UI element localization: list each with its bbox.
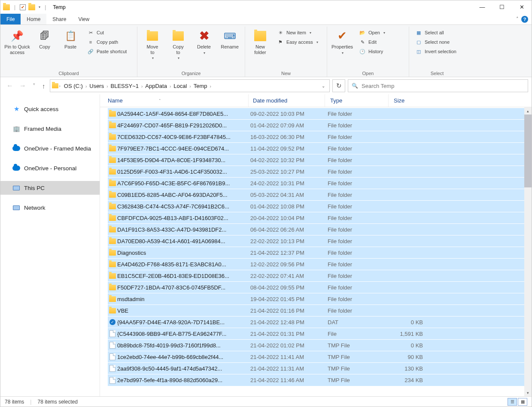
- table-row[interactable]: 7F979EE7-7BC1-4CCC-94EE-094CED674...11-0…: [108, 143, 532, 154]
- table-row[interactable]: 2aa9f308-9c50-4445-9af1-474d5a47342...21…: [108, 363, 532, 374]
- nav-network[interactable]: Network: [0, 201, 100, 214]
- header-size[interactable]: Size: [389, 94, 431, 107]
- pin-to-quick-access-button[interactable]: 📌 Pin to Quick access: [3, 27, 31, 57]
- table-row[interactable]: 0125D59F-F003-4F31-A4D6-1C4F350032...25-…: [108, 166, 532, 178]
- nav-quick-access[interactable]: ★Quick access: [0, 102, 100, 116]
- cell-name: A7C6F950-F65D-4C3E-B5FC-6F867691B9...: [117, 180, 249, 187]
- chevron-down-icon: ▾: [342, 51, 344, 55]
- tab-share[interactable]: Share: [46, 14, 72, 24]
- select-all-button[interactable]: ▦Select all: [413, 28, 461, 37]
- qat-properties[interactable]: ✔: [20, 4, 26, 10]
- move-to-button[interactable]: Move to▾: [140, 27, 165, 62]
- nav-this-pc[interactable]: This PC: [0, 181, 100, 195]
- nav-framed-media[interactable]: 🏢Framed Media: [0, 122, 100, 136]
- window-title: Temp: [50, 4, 65, 10]
- up-button[interactable]: ↑: [40, 82, 47, 90]
- table-row[interactable]: DA1F91C3-8A53-433C-A47D-943981DF2...06-0…: [108, 224, 532, 235]
- properties-button[interactable]: ✔ Properties▾: [330, 27, 355, 57]
- tab-file[interactable]: File: [0, 14, 21, 24]
- nav-onedrive-framed[interactable]: OneDrive - Framed Media: [0, 142, 100, 155]
- cell-size: 234 KB: [389, 377, 426, 383]
- scroll-down-icon[interactable]: ▾: [524, 389, 532, 396]
- table-row[interactable]: 0b89bdc8-75fd-4019-99d3-7160f1f99d8...21…: [108, 340, 532, 351]
- breadcrumb-segment[interactable]: BLESSY~1: [108, 83, 141, 89]
- breadcrumb-segment[interactable]: Temp: [191, 83, 210, 89]
- table-row[interactable]: 2e7bd997-5efe-4f1a-890d-882d5060a29...21…: [108, 374, 532, 386]
- table-row[interactable]: ✓{94AA5F97-D44E-47A8-920A-7D7141BE...21-…: [108, 317, 532, 328]
- search-box[interactable]: 🔍: [348, 79, 528, 92]
- refresh-button[interactable]: ↻: [332, 79, 345, 92]
- maximize-button[interactable]: ☐: [492, 0, 512, 14]
- breadcrumb-segment[interactable]: Local: [171, 83, 189, 89]
- tab-view[interactable]: View: [72, 14, 95, 24]
- collapse-ribbon-icon[interactable]: ˄: [516, 16, 519, 22]
- address-bar[interactable]: › OS (C:)›Users›BLESSY~1›AppData›Local›T…: [50, 79, 330, 92]
- thumbnails-view-button[interactable]: ▦: [518, 398, 527, 406]
- cell-name: C09B1ED5-8285-4ABC-AF04-693DA20F5...: [117, 192, 249, 198]
- table-row[interactable]: 7CED632D-CC67-40C9-9E86-F23BF47845...16-…: [108, 131, 532, 143]
- history-button[interactable]: 🕑History: [357, 47, 404, 56]
- header-date[interactable]: Date modified: [249, 94, 325, 107]
- header-name[interactable]: Name˄: [108, 94, 249, 107]
- copy-path-button[interactable]: ≡Copy path: [85, 38, 133, 46]
- scroll-up-icon[interactable]: ▴: [524, 107, 532, 115]
- nav-onedrive-personal[interactable]: OneDrive - Personal: [0, 161, 100, 175]
- invert-selection-button[interactable]: ◫Invert selection: [413, 47, 461, 56]
- easy-access-button[interactable]: ⚑Easy access▾: [275, 38, 322, 46]
- rename-button[interactable]: ⌨ Rename: [217, 27, 242, 51]
- copy-to-button[interactable]: Copy to▾: [166, 27, 191, 62]
- table-row[interactable]: DA70ED80-A539-4C14-A601-491A06984...22-0…: [108, 235, 532, 247]
- minimize-button[interactable]: —: [472, 0, 492, 14]
- breadcrumb-segment[interactable]: AppData: [143, 83, 170, 89]
- scroll-thumb[interactable]: [524, 115, 532, 187]
- table-row[interactable]: Diagnostics21-04-2022 12:37 PMFile folde…: [108, 247, 532, 259]
- address-dropdown[interactable]: ⌄: [319, 84, 328, 88]
- copy-button[interactable]: 🗐 Copy: [32, 27, 57, 51]
- back-button[interactable]: ←: [6, 82, 13, 90]
- table-row[interactable]: A7C6F950-F65D-4C3E-B5FC-6F867691B9...24-…: [108, 178, 532, 189]
- qat-customize[interactable]: ▾: [39, 5, 40, 9]
- table-row[interactable]: 14F53E95-D9D4-47DA-8C0E-1F9348730...04-0…: [108, 154, 532, 166]
- recent-locations-button[interactable]: ▾: [33, 82, 35, 90]
- table-row[interactable]: {C5443908-9BB9-4FEA-B775-EA962477F...21-…: [108, 328, 532, 340]
- new-item-button[interactable]: ✳New item▾: [275, 28, 322, 37]
- open-button[interactable]: 📂Open▾: [357, 28, 404, 37]
- table-row[interactable]: 0A25944C-1A5F-4594-8654-E8F7D80AE5...09-…: [108, 108, 532, 120]
- table-row[interactable]: VBE21-04-2022 01:16 PMFile folder: [108, 305, 532, 317]
- cell-date: 20-04-2022 10:04 PM: [249, 215, 325, 221]
- new-folder-button[interactable]: New folder: [248, 27, 273, 57]
- select-none-button[interactable]: ▢Select none: [413, 38, 461, 46]
- table-row[interactable]: EA4D462D-F768-4835-8171-E3ABC81A0...12-0…: [108, 259, 532, 270]
- scrollbar[interactable]: ▴ ▾: [524, 107, 532, 396]
- table-row[interactable]: CBFDFCDA-9025-4B13-ABF1-D41603F02...20-0…: [108, 212, 532, 224]
- table-row[interactable]: EB1C5CEF-2E0B-46D1-83E9-ED1D08E36...22-0…: [108, 270, 532, 282]
- table-row[interactable]: 1ce2ebd0-74ee-44e7-b99b-669cb8e2f44...21…: [108, 351, 532, 363]
- group-label-new: New: [248, 70, 324, 77]
- table-row[interactable]: C09B1ED5-8285-4ABC-AF04-693DA20F5...05-0…: [108, 189, 532, 201]
- qat-newfolder[interactable]: [28, 4, 35, 10]
- forward-button[interactable]: →: [19, 82, 26, 90]
- tab-home[interactable]: Home: [21, 14, 46, 24]
- details-view-button[interactable]: ☰: [508, 398, 517, 406]
- header-type[interactable]: Type: [325, 94, 389, 107]
- close-button[interactable]: ✕: [512, 0, 532, 14]
- table-row[interactable]: msdtadmin19-04-2022 01:45 PMFile folder: [108, 293, 532, 305]
- table-row[interactable]: 4F244697-CD07-465F-B819-F2912026D0...01-…: [108, 120, 532, 131]
- search-input[interactable]: [362, 83, 524, 89]
- paste-button[interactable]: 📋 Paste: [58, 27, 83, 51]
- file-list-area: Name˄ Date modified Type Size 0A25944C-1…: [100, 94, 532, 396]
- chevron-down-icon: ▾: [178, 56, 179, 60]
- breadcrumb-segment[interactable]: OS (C:): [61, 83, 85, 89]
- table-row[interactable]: F50DF727-1BDA-4707-83C6-0745FB5DF...08-0…: [108, 282, 532, 293]
- chevron-right-icon[interactable]: ›: [59, 84, 61, 88]
- delete-button[interactable]: ✖ Delete▾: [192, 27, 216, 57]
- cell-name: 7F979EE7-7BC1-4CCC-94EE-094CED674...: [117, 145, 249, 152]
- paste-shortcut-button[interactable]: 🔗Paste shortcut: [85, 47, 133, 56]
- breadcrumb-segment[interactable]: Users: [87, 83, 106, 89]
- table-row[interactable]: C362843B-C474-4C53-A74F-7C6941B2C6...01-…: [108, 201, 532, 212]
- edit-button[interactable]: ✎Edit: [357, 38, 404, 46]
- chevron-right-icon[interactable]: ›: [210, 84, 211, 89]
- cut-button[interactable]: ✂Cut: [85, 28, 133, 37]
- cell-type: File folder: [325, 157, 389, 163]
- help-icon[interactable]: ?: [521, 16, 528, 23]
